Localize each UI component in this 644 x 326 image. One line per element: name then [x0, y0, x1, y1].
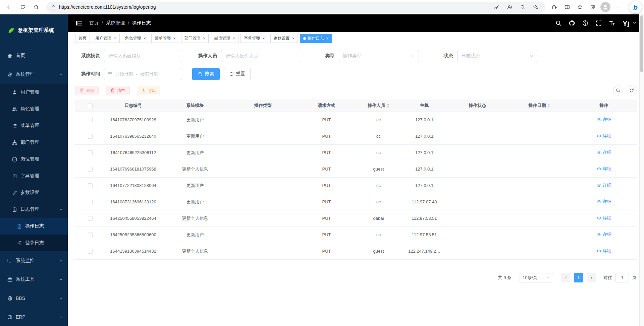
sort-caret[interactable]: [547, 102, 550, 109]
tab-user-mgmt[interactable]: 用户管理×: [92, 34, 120, 43]
row-checkbox[interactable]: [88, 200, 93, 204]
more-menu-icon[interactable]: [613, 2, 623, 12]
sidebar-item-post-mgmt[interactable]: 岗位管理: [0, 151, 68, 168]
close-icon[interactable]: ×: [262, 36, 265, 41]
github-icon[interactable]: [569, 20, 575, 26]
operator-input[interactable]: [221, 50, 301, 62]
search-button[interactable]: 搜索: [192, 68, 220, 80]
browser-back-button[interactable]: [3, 1, 15, 13]
browser-refresh-button[interactable]: [17, 1, 29, 13]
bing-discover-icon[interactable]: b: [629, 1, 642, 13]
detail-link[interactable]: 详细: [597, 199, 611, 205]
tab-dict-mgmt[interactable]: 字典管理×: [240, 34, 268, 43]
sidebar-item-dict-mgmt[interactable]: 字典管理: [0, 168, 68, 184]
status-select[interactable]: 日志状态: [457, 50, 537, 62]
row-checkbox[interactable]: [88, 150, 93, 155]
row-checkbox[interactable]: [88, 233, 93, 237]
date-end-placeholder[interactable]: 结束日期: [140, 71, 158, 77]
page-scrollbar[interactable]: [639, 14, 644, 326]
detail-link[interactable]: 详细: [597, 232, 611, 238]
page-size-select[interactable]: 10条/页: [520, 273, 553, 282]
tab-role-mgmt[interactable]: 角色管理×: [122, 34, 150, 43]
sidebar-item-system-tools[interactable]: 系统工具: [0, 270, 68, 289]
user-logo[interactable]: Yj: [623, 20, 629, 27]
sidebar-item-menu-mgmt[interactable]: 菜单管理: [0, 117, 68, 134]
fullscreen-icon[interactable]: [596, 20, 602, 26]
split-screen-icon[interactable]: [562, 2, 572, 12]
prev-page-button[interactable]: [561, 273, 571, 282]
date-start-placeholder[interactable]: 开始日期: [115, 71, 133, 77]
detail-link[interactable]: 详细: [597, 149, 611, 155]
reset-button[interactable]: 重置: [224, 68, 251, 80]
sidebar-item-param-settings[interactable]: 参数设置: [0, 184, 68, 201]
clear-button[interactable]: 清空: [106, 86, 129, 95]
tab-dept-mgmt[interactable]: 部门管理×: [181, 34, 209, 43]
tab-home[interactable]: 首页: [75, 34, 90, 43]
detail-link[interactable]: 详细: [597, 182, 611, 188]
tab-menu-mgmt[interactable]: 菜单管理×: [151, 34, 179, 43]
close-icon[interactable]: ×: [173, 36, 176, 41]
sidebar-fold-icon[interactable]: [75, 19, 83, 27]
collections-icon[interactable]: [588, 2, 598, 12]
add-favorite-icon[interactable]: [531, 2, 541, 12]
breadcrumb-home[interactable]: 首页: [89, 20, 99, 26]
address-bar[interactable]: https://ccnetcore.com:1101/system/log/op…: [46, 2, 545, 13]
sidebar-item-oper-log[interactable]: 操作日志: [0, 218, 68, 235]
sidebar-item-user-mgmt[interactable]: 用户管理: [0, 84, 68, 101]
detail-link[interactable]: 详细: [597, 117, 611, 123]
row-checkbox[interactable]: [88, 249, 93, 254]
delete-button[interactable]: 删除: [75, 86, 99, 95]
zoom-out-icon[interactable]: [518, 2, 528, 12]
sidebar-item-dept-mgmt[interactable]: 部门管理: [0, 134, 68, 151]
profile-avatar[interactable]: [600, 2, 610, 12]
sidebar-item-log-mgmt[interactable]: 日志管理: [0, 201, 68, 218]
close-icon[interactable]: ×: [203, 36, 206, 41]
row-checkbox[interactable]: [88, 183, 93, 188]
sidebar-item-bbs[interactable]: BBS: [0, 289, 68, 308]
tab-param-settings[interactable]: 参数设置×: [270, 34, 298, 43]
date-range-picker[interactable]: 开始日期 - 结束日期: [104, 68, 182, 80]
sidebar-item-login-log[interactable]: 登录日志: [0, 235, 68, 251]
close-icon[interactable]: ×: [114, 36, 116, 41]
sidebar-item-role-mgmt[interactable]: 角色管理: [0, 101, 68, 117]
sidebar-item-system-mgmt[interactable]: 系统管理: [0, 65, 68, 84]
app-logo[interactable]: 意框架管理系统: [0, 14, 68, 46]
close-icon[interactable]: ×: [144, 36, 146, 41]
close-icon[interactable]: ×: [326, 36, 329, 41]
url-text[interactable]: https://ccnetcore.com:1101/system/log/op…: [59, 4, 488, 10]
tab-oper-log[interactable]: 操作日志×: [300, 34, 332, 43]
help-icon[interactable]: [582, 20, 588, 26]
page-number-1[interactable]: 1: [574, 273, 583, 282]
refresh-table-button[interactable]: [627, 85, 637, 95]
password-key-icon[interactable]: [491, 2, 501, 12]
row-checkbox[interactable]: [88, 134, 93, 139]
favorites-icon[interactable]: [575, 2, 585, 12]
search-icon[interactable]: [555, 20, 561, 26]
sidebar-item-home[interactable]: 首页: [0, 46, 68, 65]
sidebar-item-system-monitor[interactable]: 系统监控: [0, 251, 68, 270]
sidebar-item-erp[interactable]: ERP: [0, 308, 68, 326]
close-icon[interactable]: ×: [232, 36, 235, 41]
select-all-checkbox[interactable]: [88, 104, 93, 108]
close-icon[interactable]: ×: [292, 36, 295, 41]
tab-post-mgmt[interactable]: 岗位管理×: [211, 34, 238, 43]
row-checkbox[interactable]: [88, 118, 93, 122]
module-input[interactable]: [104, 50, 182, 62]
font-size-icon[interactable]: [609, 20, 615, 26]
breadcrumb-system-mgmt[interactable]: 系统管理: [106, 20, 125, 26]
chevron-down-icon[interactable]: [633, 21, 637, 25]
show-search-button[interactable]: [613, 85, 623, 95]
read-aloud-icon[interactable]: [504, 2, 515, 12]
detail-link[interactable]: 详细: [597, 133, 611, 139]
row-checkbox[interactable]: [88, 167, 93, 172]
detail-link[interactable]: 详细: [597, 248, 611, 254]
detail-link[interactable]: 详细: [597, 215, 611, 221]
goto-page-input[interactable]: [615, 273, 629, 282]
next-page-button[interactable]: [587, 273, 596, 282]
scrollbar-thumb[interactable]: [640, 15, 643, 72]
type-select[interactable]: 操作类型: [339, 50, 419, 62]
sort-caret[interactable]: [387, 102, 389, 109]
detail-link[interactable]: 详细: [597, 166, 611, 172]
extensions-icon[interactable]: [549, 2, 559, 12]
row-checkbox[interactable]: [88, 216, 93, 221]
